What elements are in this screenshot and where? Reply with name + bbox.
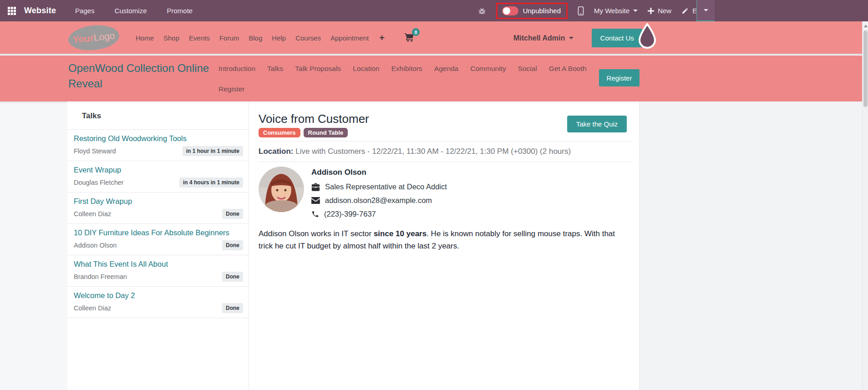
event-title[interactable]: OpenWood Collection Online Reveal — [68, 61, 209, 91]
publish-status-box: Unpublished — [496, 3, 568, 19]
talk-status-badge: Done — [222, 303, 243, 313]
nav-help[interactable]: Help — [272, 34, 286, 42]
drop-marker-icon — [637, 23, 657, 51]
event-header: OpenWood Collection Online Reveal Introd… — [0, 56, 862, 101]
scrollbar-thumb[interactable] — [863, 30, 868, 107]
event-nav-register[interactable]: Register — [218, 83, 245, 96]
website-navbar: YourLogo Home Shop Events Forum Blog Hel… — [0, 21, 862, 55]
talk-link[interactable]: 10 DIY Furniture Ideas For Absolute Begi… — [74, 228, 243, 237]
location-value: Live with Customers - 12/22/21, 11:30 AM… — [294, 147, 571, 156]
event-nav-social[interactable]: Social — [518, 62, 537, 75]
contact-us-button[interactable]: Contact Us — [592, 29, 642, 47]
talk-link[interactable]: Welcome to Day 2 — [74, 291, 243, 300]
phone-icon — [311, 210, 319, 218]
nav-courses[interactable]: Courses — [295, 34, 321, 42]
nav-home[interactable]: Home — [136, 34, 154, 42]
talk-list-item[interactable]: Welcome to Day 2 Colleen Diaz Done — [67, 287, 249, 318]
talk-speaker: Brandon Freeman — [74, 273, 127, 280]
talk-list-item[interactable]: Restoring Old Woodworking Tools Floyd St… — [67, 130, 249, 161]
site-menu: Home Shop Events Forum Blog Help Courses… — [136, 21, 414, 55]
new-button[interactable]: New — [648, 7, 671, 15]
odoo-topbar: Website Pages Customize Promote — [0, 0, 868, 21]
add-menu-item-icon[interactable]: + — [379, 33, 385, 43]
nav-forum[interactable]: Forum — [219, 34, 239, 42]
talks-sidebar-title: Talks — [67, 101, 249, 130]
event-nav-introduction[interactable]: Introduction — [218, 62, 255, 75]
location-label: Location: — [259, 147, 294, 156]
user-menu[interactable]: Mitchell Admin — [513, 34, 574, 42]
new-button-label: New — [658, 7, 671, 15]
divider — [259, 141, 633, 142]
talk-link[interactable]: Event Wrapup — [74, 166, 243, 174]
talk-speaker: Floyd Steward — [74, 147, 116, 155]
talk-link[interactable]: Restoring Old Woodworking Tools — [74, 134, 243, 143]
briefcase-icon — [311, 183, 320, 191]
menu-promote[interactable]: Promote — [167, 7, 193, 15]
talk-status-badge: Done — [222, 240, 243, 250]
talk-link[interactable]: First Day Wrapup — [74, 197, 243, 206]
tag-badge: Consumers — [259, 128, 300, 137]
speaker-bio: Addison Olson works in IT sector since 1… — [259, 228, 623, 252]
talk-list-item[interactable]: Event Wrapup Douglas Fletcher in 4 hours… — [67, 161, 249, 192]
chevron-down-icon — [704, 9, 708, 11]
talk-speaker: Colleen Diaz — [74, 304, 111, 312]
event-nav-exhibitors[interactable]: Exhibitors — [391, 62, 422, 75]
menu-pages[interactable]: Pages — [75, 7, 95, 15]
take-quiz-button[interactable]: Take the Quiz — [567, 116, 627, 132]
plus-icon — [648, 8, 654, 14]
talk-speaker: Colleen Diaz — [74, 210, 111, 218]
talk-list-item[interactable]: What This Event Is All About Brandon Fre… — [67, 255, 249, 287]
event-nav-agenda[interactable]: Agenda — [434, 62, 458, 75]
pencil-icon — [681, 7, 689, 15]
event-nav-talks[interactable]: Talks — [267, 62, 283, 75]
talk-location: Location: Live with Customers - 12/22/21… — [259, 147, 571, 156]
nav-appointment[interactable]: Appointment — [330, 34, 369, 42]
talk-list-item[interactable]: First Day Wrapup Colleen Diaz Done — [67, 192, 249, 224]
talk-speaker: Addison Olson — [74, 242, 117, 249]
site-logo[interactable]: YourLogo — [67, 23, 120, 52]
browser-screen: Website Pages Customize Promote — [0, 0, 868, 390]
talk-link[interactable]: What This Event Is All About — [74, 260, 243, 268]
event-nav-get-a-booth[interactable]: Get A Booth — [549, 62, 587, 75]
menu-customize[interactable]: Customize — [115, 7, 147, 15]
publish-status-label: Unpublished — [523, 7, 561, 15]
talk-detail: Voice from Customer Consumers Round Tabl… — [249, 101, 639, 390]
event-nav-talk-proposals[interactable]: Talk Proposals — [295, 62, 341, 75]
divider — [259, 162, 633, 162]
talks-sidebar: Talks Restoring Old Woodworking Tools Fl… — [67, 101, 249, 390]
event-nav-community[interactable]: Community — [470, 62, 506, 75]
nav-shop[interactable]: Shop — [163, 34, 179, 42]
talk-status-badge: in 4 hours in 1 minute — [179, 177, 243, 187]
logo-text-2: Logo — [93, 30, 116, 43]
cart-count-badge: 0 — [412, 28, 420, 36]
talk-list-item[interactable]: 10 DIY Furniture Ideas For Absolute Begi… — [67, 224, 249, 255]
event-nav-location[interactable]: Location — [353, 62, 380, 75]
chevron-down-icon — [569, 37, 574, 39]
publish-toggle[interactable] — [502, 6, 518, 15]
speaker-phone[interactable]: (223)-399-7637 — [324, 210, 376, 218]
talk-tags: Consumers Round Table — [259, 128, 348, 137]
chevron-down-icon — [633, 10, 638, 12]
tag-badge: Round Table — [304, 128, 348, 137]
content-panel: Talks Restoring Old Woodworking Tools Fl… — [67, 101, 639, 390]
mobile-preview-icon[interactable] — [578, 6, 584, 15]
website-switcher[interactable]: My Website — [594, 7, 638, 15]
register-button[interactable]: Register — [599, 69, 640, 86]
nav-events[interactable]: Events — [189, 34, 210, 42]
speaker-role: Sales Representative at Deco Addict — [325, 182, 447, 191]
speaker-email[interactable]: addison.olson28@example.com — [325, 196, 432, 205]
bug-icon[interactable] — [478, 7, 486, 15]
talk-title-heading: Voice from Customer — [259, 112, 369, 126]
nav-blog[interactable]: Blog — [249, 34, 262, 42]
speaker-name: Addison Olson — [311, 168, 447, 177]
scroll-up-arrow-icon[interactable] — [864, 25, 868, 27]
talk-speaker: Douglas Fletcher — [74, 179, 124, 186]
topbar-menu: Pages Customize Promote — [75, 7, 193, 15]
cart-button[interactable]: 0 — [404, 33, 414, 43]
page-background — [639, 101, 862, 390]
app-title[interactable]: Website — [24, 6, 56, 15]
page-scrollbar[interactable] — [862, 21, 868, 390]
user-name: Mitchell Admin — [513, 34, 565, 42]
apps-grid-icon[interactable] — [7, 6, 16, 15]
topbar-overflow-dropdown[interactable] — [696, 0, 715, 21]
